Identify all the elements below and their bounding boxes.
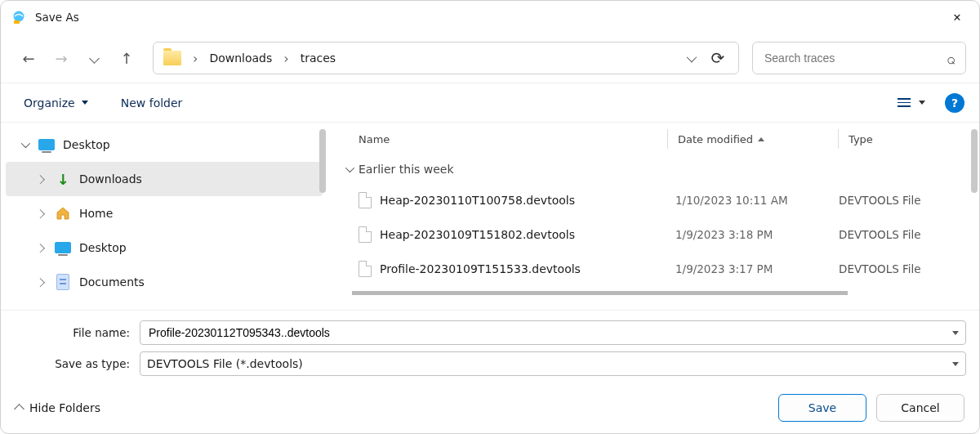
organize-menu[interactable]: Organize: [16, 92, 96, 114]
header-name[interactable]: Name: [336, 133, 664, 145]
file-name: Heap-20230109T151802.devtools: [380, 228, 675, 241]
desktop-icon: [55, 240, 71, 255]
documents-icon: [55, 275, 71, 289]
dialog-footer: Hide Folders Save Cancel: [1, 383, 979, 433]
chevron-right-icon[interactable]: [35, 176, 47, 182]
main-area: DesktopDownloadsHomeDesktopDocuments Nam…: [1, 122, 979, 310]
search-input[interactable]: [763, 51, 947, 65]
up-button[interactable]: [112, 43, 141, 73]
forward-button[interactable]: [47, 43, 76, 73]
recent-button[interactable]: [79, 43, 109, 73]
chevron-right-icon[interactable]: [35, 244, 47, 251]
list-view-icon: [898, 98, 911, 107]
tree-item-label: Desktop: [63, 138, 110, 151]
new-folder-button[interactable]: New folder: [113, 92, 191, 114]
folder-icon: [163, 51, 181, 65]
hide-folders-label: Hide Folders: [29, 401, 100, 414]
header-type-label: Type: [849, 133, 873, 145]
file-icon: [359, 192, 372, 208]
header-modified[interactable]: Date modified: [671, 133, 835, 145]
file-row[interactable]: Heap-20230109T151802.devtools1/9/2023 3:…: [336, 217, 969, 252]
file-type: DEVTOOLS File: [839, 194, 969, 207]
breadcrumb-more[interactable]: [678, 55, 702, 62]
tree-item-desktop[interactable]: Desktop: [6, 230, 323, 265]
file-type: DEVTOOLS File: [839, 262, 969, 275]
view-options-button[interactable]: [889, 93, 933, 112]
folder-tree: DesktopDownloadsHomeDesktopDocuments: [1, 123, 327, 310]
tree-item-downloads[interactable]: Downloads: [6, 162, 323, 196]
breadcrumb-item[interactable]: Downloads: [206, 51, 275, 65]
horizontal-scrollbar[interactable]: [352, 289, 956, 298]
file-row[interactable]: Profile-20230109T151533.devtools1/9/2023…: [336, 252, 969, 286]
combo-caret-icon[interactable]: [952, 362, 959, 366]
close-button[interactable]: [938, 1, 976, 34]
chevron-down-icon: [345, 163, 354, 172]
breadcrumb-separator: [185, 51, 206, 66]
savetype-value: DEVTOOLS File (*.devtools): [147, 357, 947, 370]
filename-combo[interactable]: [140, 320, 966, 345]
search-icon: [947, 50, 956, 67]
home-icon: [55, 206, 71, 221]
tree-item-label: Documents: [79, 275, 145, 289]
organize-label: Organize: [24, 96, 75, 110]
caret-down-icon: [919, 101, 925, 105]
file-type: DEVTOOLS File: [839, 228, 969, 241]
help-button[interactable]: ?: [945, 93, 964, 113]
chevron-right-icon[interactable]: [35, 279, 47, 285]
arrow-right-icon: [55, 50, 67, 67]
refresh-icon: [711, 48, 725, 68]
toolbar: Organize New folder ?: [1, 83, 979, 122]
tree-item-label: Desktop: [79, 241, 127, 254]
savetype-combo[interactable]: DEVTOOLS File (*.devtools): [140, 351, 966, 376]
save-button[interactable]: Save: [778, 394, 866, 422]
cancel-button[interactable]: Cancel: [876, 394, 964, 422]
tree-item-documents[interactable]: Documents: [6, 265, 323, 299]
save-button-label: Save: [808, 401, 836, 414]
window-title: Save As: [35, 11, 938, 24]
chevron-up-icon: [14, 404, 24, 414]
arrow-left-icon: [22, 50, 34, 67]
header-divider: [838, 129, 839, 149]
file-group-header[interactable]: Earlier this week: [336, 155, 973, 183]
header-modified-label: Date modified: [678, 133, 753, 145]
tree-item-home[interactable]: Home: [6, 196, 323, 230]
vertical-scrollbar[interactable]: [971, 129, 978, 193]
filename-label: File name:: [14, 326, 133, 339]
desktop-icon: [38, 137, 55, 152]
nav-row: Downloads traces: [1, 34, 979, 83]
breadcrumb-item[interactable]: traces: [297, 51, 339, 65]
file-icon: [359, 261, 372, 277]
tree-item-label: Home: [79, 207, 113, 220]
header-divider: [667, 129, 668, 149]
combo-caret-icon[interactable]: [952, 331, 959, 335]
file-modified: 1/10/2023 10:11 AM: [675, 194, 839, 207]
header-name-label: Name: [359, 133, 390, 145]
download-icon: [55, 172, 71, 186]
breadcrumb[interactable]: Downloads traces: [153, 42, 739, 74]
caret-down-icon: [82, 101, 88, 105]
chevron-down-icon: [91, 51, 98, 65]
file-row[interactable]: Heap-20230110T100758.devtools1/10/2023 1…: [336, 183, 969, 217]
back-button[interactable]: [14, 43, 43, 73]
column-headers: Name Date modified Type: [336, 123, 973, 155]
cancel-button-label: Cancel: [901, 401, 939, 414]
close-icon: [953, 11, 962, 24]
header-type[interactable]: Type: [842, 133, 973, 145]
file-icon: [359, 226, 372, 243]
save-fields: File name: Save as type: DEVTOOLS File (…: [1, 310, 979, 383]
file-modified: 1/9/2023 3:18 PM: [675, 228, 839, 241]
search-box[interactable]: [752, 42, 966, 74]
filename-input[interactable]: [147, 325, 947, 340]
app-icon: [11, 9, 27, 25]
chevron-right-icon[interactable]: [35, 210, 47, 217]
sort-asc-icon: [758, 137, 764, 141]
new-folder-label: New folder: [121, 96, 183, 110]
chevron-down-icon[interactable]: [19, 141, 30, 148]
svg-rect-1: [14, 20, 20, 24]
file-pane: Name Date modified Type Earlier this wee…: [327, 123, 979, 310]
refresh-button[interactable]: [702, 48, 733, 68]
tree-scrollbar[interactable]: [319, 129, 326, 193]
tree-item-desktop[interactable]: Desktop: [6, 128, 323, 162]
file-name: Profile-20230109T151533.devtools: [380, 262, 675, 275]
hide-folders-toggle[interactable]: Hide Folders: [16, 401, 100, 414]
